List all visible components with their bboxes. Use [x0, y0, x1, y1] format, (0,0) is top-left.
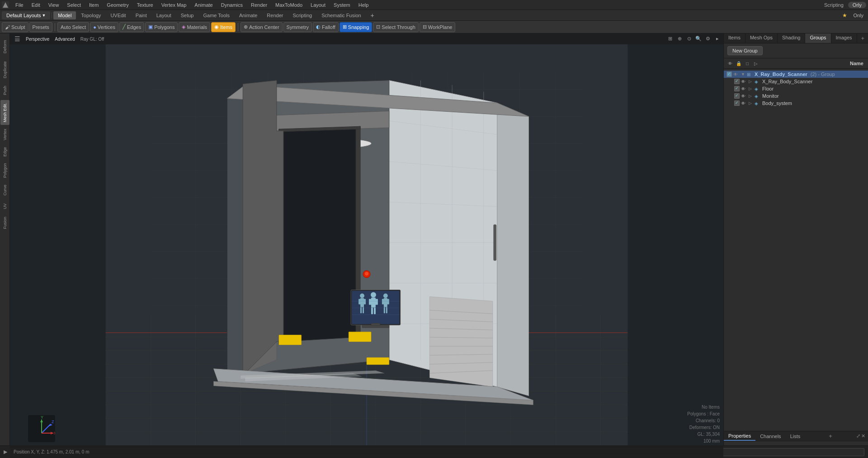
viewport-advanced-btn[interactable]: Advanced: [53, 36, 76, 42]
left-tool-deform[interactable]: Deform: [0, 35, 9, 58]
tree-eye-floor[interactable]: 👁: [741, 86, 747, 91]
tree-eye-root[interactable]: 👁: [733, 72, 740, 77]
tree-arrow-root[interactable]: ▼: [741, 72, 745, 76]
polygons-button[interactable]: ▣ Polygons: [145, 22, 178, 32]
bp-close-btn[interactable]: ✕: [861, 433, 865, 439]
viewport-snap-btn[interactable]: ⊕: [675, 34, 684, 43]
menu-item-maxtomodo[interactable]: MaxToModo: [272, 1, 306, 9]
menu-item-layout[interactable]: Layout: [307, 1, 329, 9]
group-icon-expand[interactable]: ▷: [752, 60, 760, 67]
left-tool-duplicate[interactable]: Duplicate: [0, 58, 9, 81]
tree-checkbox-xray[interactable]: [734, 79, 740, 84]
sculpt-button[interactable]: 🖌 Sculpt: [2, 22, 28, 32]
tab-render[interactable]: Render: [262, 11, 288, 19]
tree-item-monitor[interactable]: 👁 ▷ ◈ Monitor: [724, 92, 868, 100]
left-tool-vertex[interactable]: Vertex: [0, 125, 9, 143]
new-group-button[interactable]: New Group: [727, 46, 763, 55]
materials-button[interactable]: ◈ Materials: [179, 22, 210, 32]
menu-item-vertex-map[interactable]: Vertex Map: [158, 1, 190, 9]
tab-paint[interactable]: Paint: [131, 11, 151, 19]
bp-tab-properties[interactable]: Properties: [724, 432, 755, 441]
left-tool-mesh-edit[interactable]: Mesh Edit.: [0, 100, 9, 125]
menu-item-system[interactable]: System: [330, 1, 354, 9]
tree-arrow-floor[interactable]: ▷: [749, 86, 753, 91]
bp-expand-btn[interactable]: ⤢: [856, 433, 860, 439]
menu-item-render[interactable]: Render: [247, 1, 271, 9]
bp-tab-channels[interactable]: Channels: [755, 432, 785, 440]
left-tool-polygon[interactable]: Polygon: [0, 160, 9, 181]
tab-topology[interactable]: Topology: [76, 11, 105, 19]
viewport-perspective-btn[interactable]: Perspective: [24, 36, 51, 42]
tree-eye-monitor[interactable]: 👁: [741, 94, 747, 99]
tree-checkbox-floor[interactable]: [734, 86, 740, 91]
rp-tab-groups[interactable]: Groups: [805, 33, 831, 43]
tab-layout[interactable]: Layout: [152, 11, 176, 19]
tab-setup[interactable]: Setup: [176, 11, 198, 19]
tree-arrow-monitor[interactable]: ▷: [749, 94, 753, 98]
viewport-3d[interactable]: [10, 44, 723, 445]
scripting-link[interactable]: Scripting: [821, 1, 847, 9]
left-tool-fusion[interactable]: Fusion: [0, 214, 9, 232]
scene-tree[interactable]: 👁 ▼ ⊞ X_Ray_Body_Scanner (2) - Group 👁 ▷…: [724, 69, 868, 431]
left-tool-edge[interactable]: Edge: [0, 144, 9, 160]
tree-checkbox-body-system[interactable]: [734, 100, 740, 106]
items-button[interactable]: ◉ Items: [211, 22, 236, 32]
bp-tab-lists[interactable]: Lists: [786, 432, 805, 440]
viewport-zoom-fit-btn[interactable]: ⊙: [685, 34, 693, 43]
menu-item-view[interactable]: View: [45, 1, 63, 9]
group-icon-visible[interactable]: 👁: [726, 60, 734, 67]
viewport[interactable]: ☰ Perspective Advanced Ray GL: Off ⊞ ⊕ ⊙…: [10, 33, 723, 458]
tab-animate[interactable]: Animate: [235, 11, 262, 19]
menu-item-select[interactable]: Select: [63, 1, 85, 9]
select-through-button[interactable]: ⊡ Select Through: [373, 22, 418, 32]
action-center-button[interactable]: ⊕ Action Center: [241, 22, 283, 32]
add-tab-button[interactable]: +: [368, 11, 377, 19]
left-tool-uv[interactable]: UV: [0, 200, 9, 213]
viewport-zoom-btn[interactable]: 🔍: [694, 34, 703, 43]
tab-model[interactable]: Model: [53, 11, 76, 19]
menu-item-file[interactable]: File: [12, 1, 27, 9]
tree-arrow-xray[interactable]: ▷: [749, 79, 753, 84]
tree-eye-body-system[interactable]: 👁: [741, 101, 747, 106]
snapping-button[interactable]: ⊞ Snapping: [340, 22, 373, 32]
menu-item-help[interactable]: Help: [355, 1, 373, 9]
tree-checkbox-root[interactable]: [726, 72, 732, 77]
tab-game-tools[interactable]: Game Tools: [198, 11, 234, 19]
presets-button[interactable]: Presets: [29, 22, 52, 32]
auto-select-button[interactable]: Auto Select: [57, 22, 89, 32]
menu-item-animate[interactable]: Animate: [191, 1, 216, 9]
falloff-button[interactable]: ◐ Falloff: [313, 22, 339, 32]
tab-uvedit[interactable]: UVEdit: [106, 11, 130, 19]
symmetry-button[interactable]: Symmetry: [283, 22, 312, 32]
rp-tab-mesh-ops[interactable]: Mesh Ops: [745, 33, 778, 43]
viewport-menu-expand[interactable]: ☰: [13, 35, 22, 43]
left-tool-curve[interactable]: Curve: [0, 181, 9, 199]
tree-item-root[interactable]: 👁 ▼ ⊞ X_Ray_Body_Scanner (2) - Group: [724, 71, 868, 78]
menu-item-dynamics[interactable]: Dynamics: [217, 1, 246, 9]
work-plane-button[interactable]: ⊟ WorkPlane: [420, 22, 456, 32]
tree-item-xray[interactable]: 👁 ▷ ◈ X_Ray_Body_Scanner: [724, 78, 868, 85]
menu-item-edit[interactable]: Edit: [28, 1, 44, 9]
rp-tab-images[interactable]: Images: [831, 33, 857, 43]
rp-tab-items[interactable]: Items: [724, 33, 745, 43]
bp-tab-add[interactable]: +: [825, 431, 836, 441]
group-icon-lock[interactable]: 🔒: [735, 60, 742, 67]
tree-arrow-body-system[interactable]: ▷: [749, 101, 753, 105]
tree-eye-xray[interactable]: 👁: [741, 79, 747, 84]
tree-item-floor[interactable]: 👁 ▷ ◈ Floor: [724, 85, 868, 92]
tab-scripting[interactable]: Scripting: [288, 11, 316, 19]
left-tool-push[interactable]: Push: [0, 81, 9, 100]
menu-item-geometry[interactable]: Geometry: [103, 1, 132, 9]
tab-schematic-fusion[interactable]: Schematic Fusion: [317, 11, 365, 19]
group-icon-type[interactable]: □: [744, 60, 751, 67]
viewport-maximize-btn[interactable]: ⊞: [666, 34, 674, 43]
viewport-ray-gl-btn[interactable]: Ray GL: Off: [79, 36, 106, 42]
layout-dropdown[interactable]: Default Layouts ▼: [2, 11, 50, 19]
edges-button[interactable]: ╱ Edges: [119, 22, 144, 32]
tree-checkbox-monitor[interactable]: [734, 93, 740, 99]
menu-item-texture[interactable]: Texture: [133, 1, 157, 9]
viewport-more-btn[interactable]: ▸: [713, 34, 722, 43]
vertices-button[interactable]: ● Vertices: [90, 22, 118, 32]
rp-tab-shading[interactable]: Shading: [778, 33, 805, 43]
viewport-settings-btn[interactable]: ⚙: [704, 34, 712, 43]
